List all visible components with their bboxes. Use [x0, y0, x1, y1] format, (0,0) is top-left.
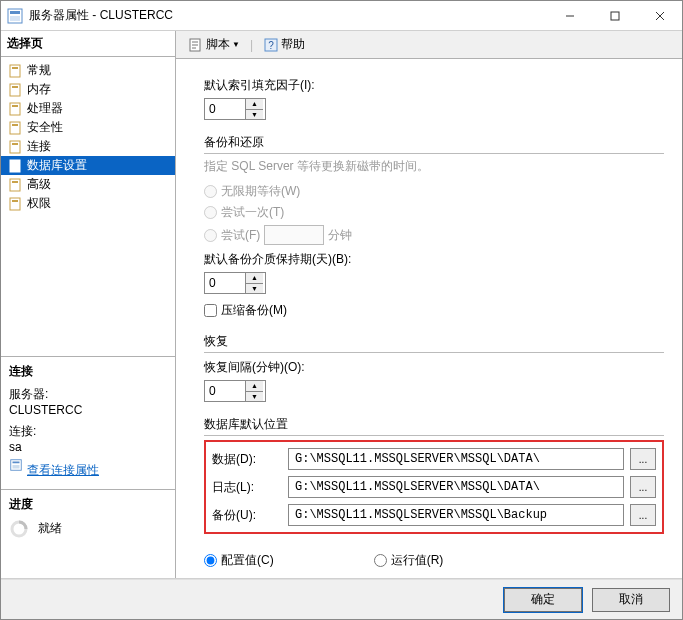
- compress-checkbox[interactable]: [204, 304, 217, 317]
- view-connection-properties-link[interactable]: 查看连接属性: [27, 462, 99, 479]
- fillfactor-label: 默认索引填充因子(I):: [204, 77, 664, 94]
- ok-button[interactable]: 确定: [504, 588, 582, 612]
- data-path-label: 数据(D):: [212, 451, 282, 468]
- log-browse-button[interactable]: ...: [630, 476, 656, 498]
- page-icon: [9, 197, 23, 211]
- page-icon: [9, 159, 23, 173]
- backup-path-label: 备份(U):: [212, 507, 282, 524]
- app-icon: [7, 8, 23, 24]
- svg-rect-2: [10, 16, 20, 21]
- progress-section: 进度 就绪: [1, 490, 175, 545]
- svg-rect-18: [12, 162, 18, 164]
- server-value: CLUSTERCC: [9, 403, 167, 417]
- page-icon: [9, 178, 23, 192]
- script-label: 脚本: [206, 36, 230, 53]
- running-radio[interactable]: [374, 554, 387, 567]
- connection-header: 连接: [9, 363, 167, 380]
- svg-rect-24: [13, 462, 20, 464]
- log-path-input[interactable]: [288, 476, 624, 498]
- spin-up-icon[interactable]: ▲: [246, 99, 263, 109]
- svg-rect-20: [12, 181, 18, 183]
- recovery-interval-spinner[interactable]: ▲ ▼: [204, 380, 266, 402]
- content-area: 默认索引填充因子(I): ▲ ▼ 备份和还原 指定 SQL Server 等待更…: [176, 59, 682, 578]
- svg-rect-13: [10, 122, 20, 134]
- retention-label: 默认备份介质保持期(天)(B):: [204, 251, 664, 268]
- minimize-button[interactable]: [547, 1, 592, 31]
- sidebar-item-label: 连接: [27, 138, 51, 155]
- chevron-down-icon: ▼: [232, 40, 240, 49]
- spin-down-icon[interactable]: ▼: [246, 283, 263, 294]
- page-icon: [9, 102, 23, 116]
- svg-rect-1: [10, 11, 20, 14]
- titlebar: 服务器属性 - CLUSTERCC: [1, 1, 682, 31]
- page-icon: [9, 140, 23, 154]
- recovery-interval-label: 恢复间隔(分钟)(O):: [204, 359, 664, 376]
- try-once-radio: [204, 206, 217, 219]
- svg-rect-4: [611, 12, 619, 20]
- close-button[interactable]: [637, 1, 682, 31]
- script-button[interactable]: 脚本 ▼: [184, 34, 244, 55]
- spin-up-icon[interactable]: ▲: [246, 381, 263, 391]
- configured-radio[interactable]: [204, 554, 217, 567]
- sidebar-item-3[interactable]: 安全性: [1, 118, 175, 137]
- data-browse-button[interactable]: ...: [630, 448, 656, 470]
- progress-spinner-icon: [9, 519, 29, 539]
- running-label: 运行值(R): [391, 552, 444, 569]
- svg-rect-10: [12, 86, 18, 88]
- spin-down-icon[interactable]: ▼: [246, 391, 263, 402]
- try-for-label: 尝试(F): [221, 227, 260, 244]
- compress-label: 压缩备份(M): [221, 302, 287, 319]
- svg-rect-22: [12, 200, 18, 202]
- sidebar-item-4[interactable]: 连接: [1, 137, 175, 156]
- cancel-button[interactable]: 取消: [592, 588, 670, 612]
- sidebar-item-6[interactable]: 高级: [1, 175, 175, 194]
- wait-infinite-label: 无限期等待(W): [221, 183, 300, 200]
- svg-rect-14: [12, 124, 18, 126]
- sidebar-item-label: 常规: [27, 62, 51, 79]
- tape-hint: 指定 SQL Server 等待更换新磁带的时间。: [204, 158, 664, 175]
- try-once-label: 尝试一次(T): [221, 204, 284, 221]
- try-for-radio: [204, 229, 217, 242]
- backup-browse-button[interactable]: ...: [630, 504, 656, 526]
- connection-props-icon: [9, 458, 23, 475]
- fillfactor-input[interactable]: [205, 99, 245, 119]
- svg-rect-17: [10, 160, 20, 172]
- page-icon: [9, 121, 23, 135]
- svg-rect-9: [10, 84, 20, 96]
- fillfactor-spinner[interactable]: ▲ ▼: [204, 98, 266, 120]
- sidebar-item-label: 数据库设置: [27, 157, 87, 174]
- sidebar-item-label: 内存: [27, 81, 51, 98]
- help-button[interactable]: ? 帮助: [259, 34, 309, 55]
- spin-down-icon[interactable]: ▼: [246, 109, 263, 120]
- progress-header: 进度: [9, 496, 167, 513]
- footer: 确定 取消: [1, 579, 682, 619]
- sidebar-item-7[interactable]: 权限: [1, 194, 175, 213]
- configured-label: 配置值(C): [221, 552, 274, 569]
- recovery-interval-input[interactable]: [205, 381, 245, 401]
- nav-list: 常规内存处理器安全性连接数据库设置高级权限: [1, 57, 175, 357]
- sidebar-item-1[interactable]: 内存: [1, 80, 175, 99]
- svg-rect-12: [12, 105, 18, 107]
- sidebar-item-2[interactable]: 处理器: [1, 99, 175, 118]
- data-path-input[interactable]: [288, 448, 624, 470]
- svg-rect-21: [10, 198, 20, 210]
- log-path-label: 日志(L):: [212, 479, 282, 496]
- spin-up-icon[interactable]: ▲: [246, 273, 263, 283]
- server-label: 服务器:: [9, 386, 167, 403]
- backup-path-input[interactable]: [288, 504, 624, 526]
- svg-rect-7: [10, 65, 20, 77]
- try-for-input: [264, 225, 324, 245]
- connection-section: 连接 服务器: CLUSTERCC 连接: sa 查看连接属性: [1, 357, 175, 490]
- sidebar-item-label: 处理器: [27, 100, 63, 117]
- help-label: 帮助: [281, 36, 305, 53]
- left-panel: 选择页 常规内存处理器安全性连接数据库设置高级权限 连接 服务器: CLUSTE…: [1, 31, 176, 578]
- retention-input[interactable]: [205, 273, 245, 293]
- sidebar-item-5[interactable]: 数据库设置: [1, 156, 175, 175]
- maximize-button[interactable]: [592, 1, 637, 31]
- sidebar-item-0[interactable]: 常规: [1, 61, 175, 80]
- retention-spinner[interactable]: ▲ ▼: [204, 272, 266, 294]
- recovery-header: 恢复: [204, 333, 664, 353]
- toolbar: 脚本 ▼ | ? 帮助: [176, 31, 682, 59]
- svg-rect-11: [10, 103, 20, 115]
- right-panel: 脚本 ▼ | ? 帮助 默认索引填充因子(I): ▲ ▼ 备份和还原 指定 SQ…: [176, 31, 682, 578]
